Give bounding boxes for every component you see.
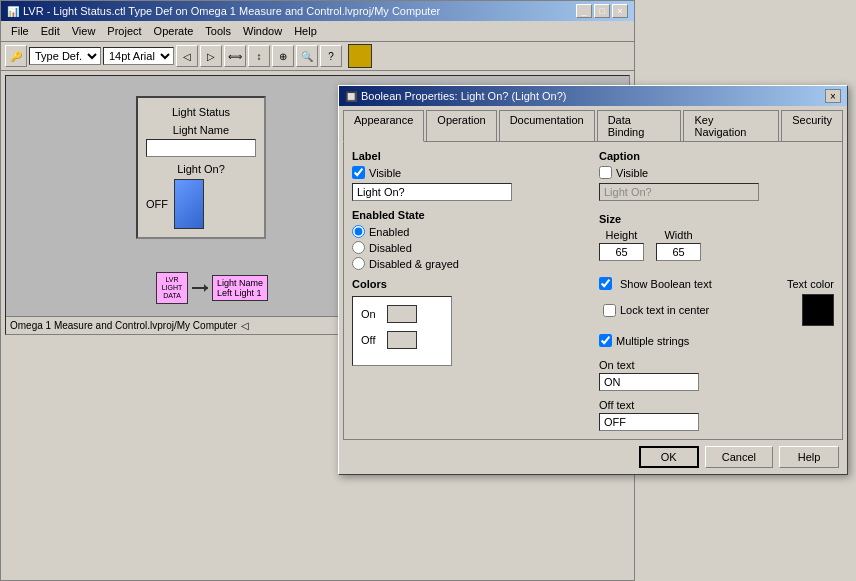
off-text-section: Off text	[599, 399, 834, 431]
off-text-input[interactable]	[599, 413, 699, 431]
radio-enabled-label: Enabled	[369, 226, 409, 238]
radio-disabled-grayed: Disabled & grayed	[352, 257, 587, 270]
radio-disabled-input[interactable]	[352, 241, 365, 254]
multiple-strings-row: Multiple strings	[599, 334, 834, 347]
ok-button[interactable]: OK	[639, 446, 699, 468]
toolbar-key-btn[interactable]: 🔑	[5, 45, 27, 67]
tab-key-navigation[interactable]: Key Navigation	[683, 110, 779, 141]
bg-titlebar-controls: _ □ ×	[576, 4, 628, 18]
help-button[interactable]: Help	[779, 446, 839, 468]
modal-titlebar: 🔲 Boolean Properties: Light On? (Light O…	[339, 86, 847, 106]
menu-project[interactable]: Project	[101, 23, 147, 39]
label-visible-text: Visible	[369, 167, 401, 179]
modal-title: Boolean Properties: Light On? (Light On?…	[361, 90, 566, 102]
width-label: Width	[664, 229, 692, 241]
radio-enabled-input[interactable]	[352, 225, 365, 238]
off-text-label: Off text	[599, 399, 834, 411]
width-input[interactable]	[656, 243, 701, 261]
diag-light-name: Light Name	[217, 278, 263, 288]
tab-data-binding[interactable]: Data Binding	[597, 110, 682, 141]
lock-text-center-row: Lock text in center	[603, 294, 834, 326]
toolbar-btn-1[interactable]: ◁	[176, 45, 198, 67]
caption-visible-checkbox[interactable]	[599, 166, 612, 179]
radio-disabled-grayed-input[interactable]	[352, 257, 365, 270]
on-color-swatch[interactable]	[387, 305, 417, 323]
off-color-swatch[interactable]	[387, 331, 417, 349]
light-switch[interactable]	[174, 179, 204, 229]
label-title: Label	[352, 150, 587, 162]
show-bool-text-label: Show Boolean text	[620, 278, 712, 290]
modal-footer: OK Cancel Help	[339, 440, 847, 474]
cancel-button[interactable]: Cancel	[705, 446, 773, 468]
bg-titlebar: 📊 LVR - Light Status.ctl Type Def on Ome…	[1, 1, 634, 21]
menu-bar: File Edit View Project Operate Tools Win…	[1, 21, 634, 42]
multiple-strings-label: Multiple strings	[616, 335, 689, 347]
modal-close-button[interactable]: ×	[825, 89, 841, 103]
text-color-swatch[interactable]	[802, 294, 834, 326]
lock-text-center-label: Lock text in center	[620, 304, 709, 316]
minimize-btn[interactable]: _	[576, 4, 592, 18]
caption-section: Caption Visible	[599, 150, 834, 201]
toolbar-btn-6[interactable]: 🔍	[296, 45, 318, 67]
radio-disabled-grayed-label: Disabled & grayed	[369, 258, 459, 270]
tab-security[interactable]: Security	[781, 110, 843, 141]
diag-arrow	[192, 287, 208, 289]
radio-enabled: Enabled	[352, 225, 587, 238]
maximize-btn[interactable]: □	[594, 4, 610, 18]
menu-help[interactable]: Help	[288, 23, 323, 39]
toolbar-btn-3[interactable]: ⟺	[224, 45, 246, 67]
tab-operation[interactable]: Operation	[426, 110, 496, 141]
toolbar-btn-2[interactable]: ▷	[200, 45, 222, 67]
menu-view[interactable]: View	[66, 23, 102, 39]
light-status-panel: Light Status Light Name Light On? OFF	[136, 96, 266, 239]
caption-title: Caption	[599, 150, 834, 162]
enabled-state-section: Enabled State Enabled Disabled Disabled …	[352, 209, 587, 270]
tab-appearance[interactable]: Appearance	[343, 110, 424, 142]
multiple-strings-checkbox[interactable]	[599, 334, 612, 347]
radio-disabled: Disabled	[352, 241, 587, 254]
diag-source-box: LVRLIGHTDATA	[156, 272, 188, 304]
colors-section: Colors On Off	[352, 278, 587, 366]
close-btn[interactable]: ×	[612, 4, 628, 18]
text-color-label: Text color	[787, 278, 834, 290]
height-field: Height	[599, 229, 644, 261]
menu-tools[interactable]: Tools	[199, 23, 237, 39]
status-text: Omega 1 Measure and Control.lvproj/My Co…	[10, 320, 237, 331]
label-visible-checkbox[interactable]	[352, 166, 365, 179]
label-visible-row: Visible	[352, 166, 587, 179]
toolbar-icon	[348, 44, 372, 68]
show-bool-text-checkbox[interactable]	[599, 277, 612, 290]
type-def-select[interactable]: Type Def.	[29, 47, 101, 65]
toolbar-btn-5[interactable]: ⊕	[272, 45, 294, 67]
height-input[interactable]	[599, 243, 644, 261]
bg-window-title: LVR - Light Status.ctl Type Def on Omega…	[23, 5, 440, 17]
on-text-section: On text	[599, 359, 834, 391]
diag-output-box: Left Light 1	[217, 288, 263, 298]
tab-documentation[interactable]: Documentation	[499, 110, 595, 141]
tabs-bar: Appearance Operation Documentation Data …	[339, 106, 847, 141]
tab-content-inner: Label Visible Enabled State Enabled	[352, 150, 834, 431]
menu-file[interactable]: File	[5, 23, 35, 39]
caption-value-input[interactable]	[599, 183, 759, 201]
on-text-input[interactable]	[599, 373, 699, 391]
toolbar-btn-7[interactable]: ?	[320, 45, 342, 67]
size-row: Height Width	[599, 229, 834, 261]
bool-text-section: Show Boolean text Text color Lock text i…	[599, 277, 834, 431]
font-select[interactable]: 14pt Arial	[103, 47, 174, 65]
menu-edit[interactable]: Edit	[35, 23, 66, 39]
label-value-input[interactable]	[352, 183, 512, 201]
diag-name-box: Light Name Left Light 1	[212, 275, 268, 301]
menu-operate[interactable]: Operate	[148, 23, 200, 39]
menu-window[interactable]: Window	[237, 23, 288, 39]
right-panel: Caption Visible Size Height	[599, 150, 834, 431]
height-label: Height	[606, 229, 638, 241]
toolbar-btn-4[interactable]: ↕	[248, 45, 270, 67]
light-name-label: Light Name	[146, 124, 256, 136]
light-on-label: Light On?	[146, 163, 256, 175]
lock-text-center-checkbox[interactable]	[603, 304, 616, 317]
on-text-label: On text	[599, 359, 834, 371]
show-bool-text-row: Show Boolean text Text color	[599, 277, 834, 290]
light-switch-row: OFF	[146, 179, 256, 229]
radio-disabled-label: Disabled	[369, 242, 412, 254]
light-name-input[interactable]	[146, 139, 256, 157]
